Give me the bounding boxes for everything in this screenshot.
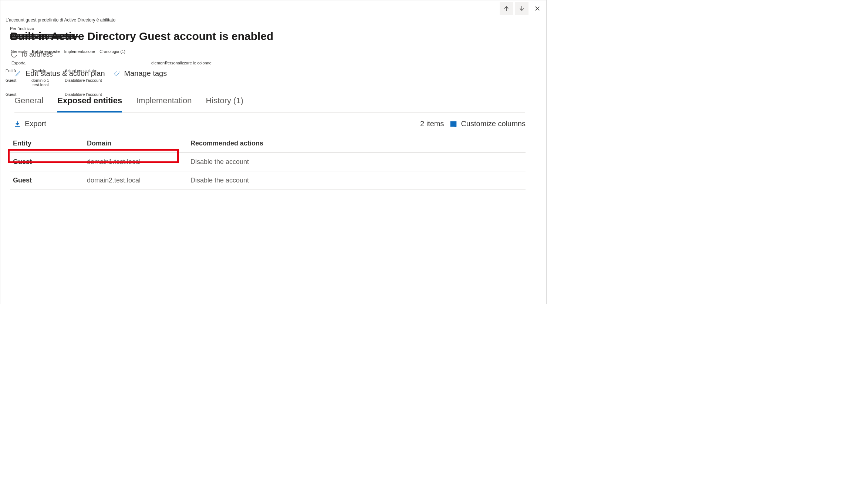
- spinner-icon: [11, 51, 17, 58]
- cell-action: Disable the account: [190, 177, 375, 184]
- manage-tags-action[interactable]: Manage tags: [113, 69, 167, 78]
- tabs: General Exposed entities Implementation …: [14, 96, 525, 113]
- cell-domain: domain2.test.local: [87, 177, 190, 184]
- pencil-icon: [14, 70, 22, 77]
- export-button[interactable]: Export: [14, 120, 46, 128]
- customize-columns-button[interactable]: Customize columns: [450, 120, 526, 128]
- cell-entity: Guest: [13, 177, 87, 184]
- tag-icon: [113, 70, 121, 77]
- manage-tags-label: Manage tags: [124, 69, 167, 78]
- title-strike: Built-in Active: [10, 30, 84, 42]
- export-small: Esporta: [11, 61, 26, 65]
- customize-small: Personalizzare le colonne: [165, 61, 212, 65]
- customize-columns-label: Customize columns: [461, 120, 526, 128]
- nav-up-button[interactable]: [500, 2, 513, 15]
- cell-domain: domain1.test.local: [87, 158, 190, 166]
- col-actions[interactable]: Recommended actions: [190, 140, 375, 147]
- panel-controls: [500, 2, 544, 15]
- page-title: Built-in Active Directory Guest account …: [10, 30, 273, 43]
- col-domain[interactable]: Domain: [87, 140, 190, 147]
- nav-down-button[interactable]: [515, 2, 528, 15]
- to-address-badge: To address: [11, 51, 53, 58]
- table-row[interactable]: Guest domain1.test.local Disable the acc…: [10, 153, 526, 171]
- close-icon: [534, 5, 541, 12]
- cell-action: Disable the account: [190, 158, 375, 166]
- tab-general[interactable]: General: [14, 96, 43, 108]
- gh-r1c2: dominio 1 .test.local: [31, 78, 65, 87]
- tab-small-history: Cronologia (1): [99, 49, 125, 54]
- item-count: 2 items: [420, 120, 444, 128]
- entities-grid: Entity Domain Recommended actions Guest …: [10, 134, 526, 190]
- svg-point-0: [11, 52, 17, 57]
- arrow-down-icon: [519, 5, 525, 12]
- download-icon: [14, 120, 21, 128]
- tab-exposed-entities[interactable]: Exposed entities: [57, 96, 122, 113]
- items-small: elementi: [151, 61, 167, 65]
- table-row[interactable]: Guest domain2.test.local Disable the acc…: [10, 171, 526, 190]
- tab-small-impl: Implementazione: [64, 49, 95, 54]
- arrow-up-icon: [503, 5, 510, 12]
- edit-status-action[interactable]: Edit status & action plan: [14, 69, 105, 78]
- grid-header: Entity Domain Recommended actions: [10, 134, 526, 153]
- edit-status-label: Edit status & action plan: [26, 69, 105, 78]
- tab-implementation[interactable]: Implementation: [136, 96, 192, 108]
- gh-r1c1: Guest: [6, 78, 31, 87]
- to-address-label: To address: [20, 51, 53, 58]
- actions-row: Edit status & action plan Manage tags: [14, 69, 167, 78]
- col-entity[interactable]: Entity: [13, 140, 87, 147]
- cell-entity: Guest: [13, 158, 87, 166]
- gh-r1c3: Disabilitare l'account: [65, 78, 109, 87]
- svg-point-2: [455, 125, 456, 127]
- close-button[interactable]: [531, 2, 544, 15]
- page-title-row: Built-in Active Directory Guest account …: [10, 30, 273, 43]
- header-it: L'account guest predefinito di Active Di…: [6, 17, 115, 23]
- title-rest: Directory Guest account is enabled: [84, 30, 274, 42]
- tab-history[interactable]: History (1): [206, 96, 243, 108]
- columns-icon: [450, 120, 457, 128]
- list-toolbar: Export 2 items Customize columns: [14, 120, 526, 128]
- export-label: Export: [25, 120, 46, 128]
